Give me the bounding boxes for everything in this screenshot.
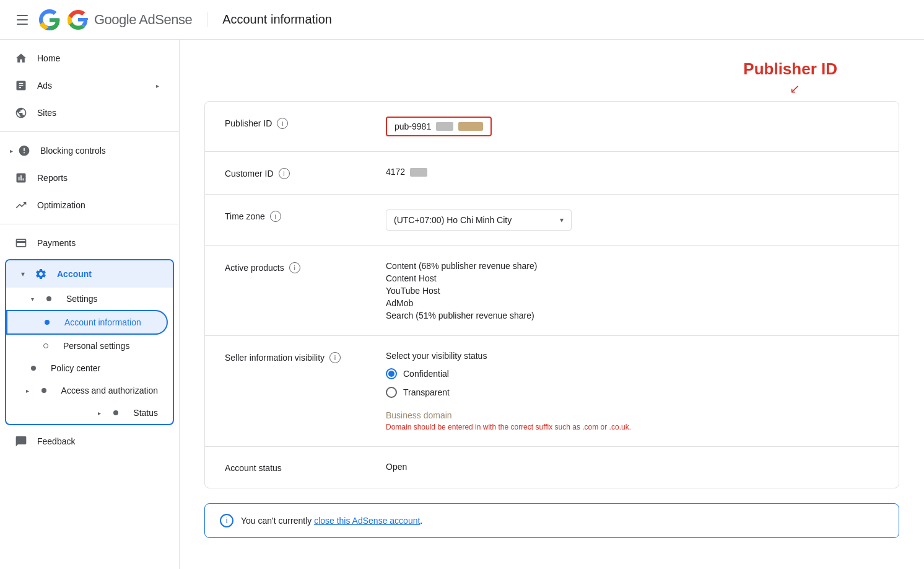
settings-dot-icon: [46, 296, 51, 301]
reports-icon: [15, 172, 27, 184]
publisher-id-annotation-text: Publisher ID: [743, 60, 837, 79]
account-status-row: Account status Open: [205, 447, 899, 488]
seller-visibility-info-icon[interactable]: i: [329, 352, 341, 363]
timezone-select-value: (UTC+07:00) Ho Chi Minh City: [394, 215, 512, 225]
bottom-notice: i You can't currently close this AdSense…: [204, 503, 899, 538]
publisher-id-value-text: pub-9981: [394, 121, 431, 131]
business-domain-section: Business domain Domain should be entered…: [386, 410, 879, 431]
ads-icon: [15, 79, 27, 92]
business-domain-hint: Domain should be entered in with the cor…: [386, 423, 879, 431]
access-dot-icon: [41, 388, 46, 393]
sidebar-subitem-access-auth[interactable]: ▸ Access and authorization: [6, 379, 173, 402]
customer-id-info-icon[interactable]: i: [279, 168, 290, 179]
sidebar-subitem-status[interactable]: ▸ Status: [6, 402, 173, 424]
payments-icon: [15, 237, 27, 249]
sidebar-item-home[interactable]: Home: [0, 45, 174, 72]
sidebar-item-account[interactable]: ▾ Account: [6, 260, 173, 288]
timezone-select[interactable]: (UTC+07:00) Ho Chi Minh City ▾: [386, 210, 572, 231]
hamburger-icon: [17, 15, 28, 25]
publisher-id-label-text: Publisher ID: [225, 118, 272, 128]
page-title: Account information: [207, 12, 332, 27]
personal-settings-ring-icon: [43, 343, 48, 348]
timezone-value: (UTC+07:00) Ho Chi Minh City ▾: [386, 210, 879, 231]
publisher-id-field: pub-9981: [386, 117, 492, 136]
sites-icon: [15, 107, 27, 119]
sidebar-sites-label: Sites: [37, 108, 56, 118]
sidebar-reports-label: Reports: [37, 173, 68, 183]
timezone-label: Time zone i: [225, 210, 386, 222]
policy-center-dot-icon: [31, 366, 36, 371]
product-item-4: Search (51% publisher revenue share): [386, 311, 879, 320]
logo: Google AdSense: [37, 7, 192, 32]
seller-visibility-row: Seller information visibility i Select y…: [205, 336, 899, 447]
sidebar-home-label: Home: [37, 53, 60, 63]
sidebar-personal-settings-label: Personal settings: [63, 341, 129, 351]
menu-button[interactable]: [10, 7, 35, 32]
account-collapse-icon: ▾: [21, 270, 25, 278]
main-content: Publisher ID ↙ Publisher ID i pub-9981: [180, 40, 924, 569]
radio-transparent[interactable]: Transparent: [386, 387, 879, 398]
radio-confidential[interactable]: Confidential: [386, 368, 879, 379]
sidebar-item-payments[interactable]: Payments: [0, 229, 174, 257]
radio-confidential-label: Confidential: [403, 369, 449, 379]
sidebar-optimization-label: Optimization: [37, 200, 85, 210]
sidebar-subitem-account-information[interactable]: Account information: [6, 310, 168, 335]
account-status-text: Open: [386, 462, 407, 472]
sidebar-subitem-personal-settings[interactable]: Personal settings: [6, 335, 173, 357]
customer-id-label: Customer ID i: [225, 167, 386, 179]
customer-id-redacted: [410, 168, 427, 177]
product-item-3: AdMob: [386, 298, 879, 308]
active-products-label-text: Active products: [225, 263, 284, 273]
account-info-dot-icon: [45, 320, 50, 325]
radio-confidential-outer: [386, 368, 397, 379]
sidebar-access-auth-label: Access and authorization: [61, 386, 158, 395]
feedback-icon: [15, 435, 27, 448]
timezone-info-icon[interactable]: i: [270, 211, 281, 222]
close-account-link[interactable]: close this AdSense account: [314, 516, 420, 526]
publisher-id-info-icon[interactable]: i: [277, 118, 288, 129]
publisher-id-redacted-2: [458, 122, 483, 131]
customer-id-number: 4172: [386, 167, 405, 177]
home-icon: [15, 52, 27, 64]
app-name-label: Google AdSense: [94, 12, 192, 28]
publisher-id-arrow-icon: ↙: [790, 81, 800, 96]
notice-text-before: You can't currently: [241, 516, 314, 526]
account-icon: [35, 268, 47, 280]
adsense-logo-icon: [67, 9, 89, 31]
active-products-info-icon[interactable]: i: [289, 262, 300, 273]
seller-visibility-label-text: Seller information visibility: [225, 353, 325, 363]
layout: Home Ads ▸ Sites ▸ Blocking controls: [0, 40, 924, 569]
sidebar-item-ads[interactable]: Ads ▸: [0, 72, 174, 99]
radio-transparent-label: Transparent: [403, 387, 450, 397]
timezone-row: Time zone i (UTC+07:00) Ho Chi Minh City…: [205, 195, 899, 246]
topbar: Google AdSense Account information: [0, 0, 924, 40]
account-section-box: ▾ Account ▾ Settings Account information: [5, 259, 174, 425]
account-status-label: Account status: [225, 462, 386, 473]
sidebar-ads-label: Ads: [37, 81, 52, 90]
sidebar-item-feedback[interactable]: Feedback: [0, 428, 174, 455]
sidebar-item-optimization[interactable]: Optimization: [0, 192, 174, 219]
settings-collapse-icon: ▾: [31, 296, 34, 302]
sidebar-subitem-settings[interactable]: ▾ Settings: [6, 288, 173, 310]
sidebar-item-sites[interactable]: Sites: [0, 99, 174, 126]
customer-id-value: 4172: [386, 167, 879, 177]
timezone-chevron-icon: ▾: [560, 216, 564, 224]
publisher-id-annotation: Publisher ID ↙: [743, 60, 837, 96]
timezone-label-text: Time zone: [225, 211, 265, 221]
publisher-id-row: Publisher ID i pub-9981: [205, 102, 899, 152]
sidebar-status-label: Status: [133, 408, 158, 418]
access-expand-icon: ▸: [26, 387, 29, 394]
notice-text: You can't currently close this AdSense a…: [241, 516, 422, 526]
sidebar-account-label: Account: [57, 269, 92, 279]
sidebar-subitem-policy-center[interactable]: Policy center: [6, 357, 173, 379]
business-domain-label: Business domain: [386, 410, 879, 420]
sidebar-payments-label: Payments: [37, 238, 76, 248]
visibility-radio-group: Confidential Transparent: [386, 368, 879, 398]
sidebar-divider-2: [0, 224, 179, 224]
status-expand-icon: ▸: [98, 410, 101, 417]
sidebar-item-reports[interactable]: Reports: [0, 164, 174, 192]
google-logo-icon: [37, 7, 62, 32]
sidebar-item-blocking[interactable]: ▸ Blocking controls: [0, 137, 174, 164]
sidebar-divider-1: [0, 131, 179, 132]
sidebar: Home Ads ▸ Sites ▸ Blocking controls: [0, 40, 180, 569]
